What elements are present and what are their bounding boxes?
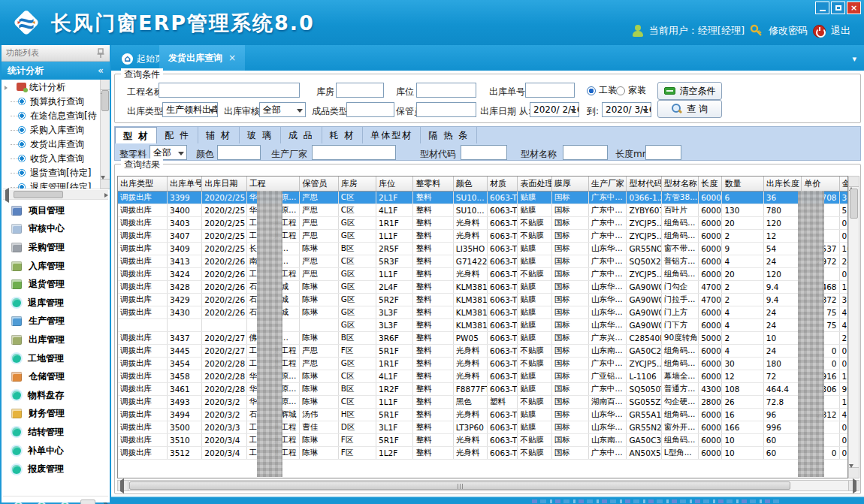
tree-item[interactable]: 预算执行查询 [3, 95, 108, 109]
radio-gongzhuang[interactable]: 工装 [587, 84, 617, 97]
maximize-button[interactable] [831, 2, 845, 14]
sidebar-group-inbound-mgmt[interactable]: 入库管理 [3, 257, 108, 276]
column-header[interactable]: 保管员 [300, 177, 338, 192]
length-input[interactable] [645, 145, 681, 160]
sidebar-group-site-mgmt[interactable]: 工地管理 [3, 349, 108, 368]
table-row[interactable]: 调拨出库34612020/2/28华 原...陈琳B区1R2F整料F8877FT… [118, 383, 848, 396]
table-row[interactable]: 调拨出库35122020/3/4工 共工程陈琳F区1L2F整料光身料6063-T… [118, 447, 848, 460]
column-header[interactable]: 工程 [246, 177, 300, 192]
column-header[interactable]: 表面处理 [518, 177, 551, 192]
scrollbar-thumb[interactable] [129, 481, 790, 490]
date-from-select[interactable]: 2020/ 2/16 [530, 102, 579, 117]
subtab-0[interactable]: 型 材 [115, 127, 157, 143]
subtab-7[interactable]: 隔 热 条 [421, 127, 477, 143]
table-horizontal-scrollbar[interactable] [117, 480, 859, 491]
pin-icon[interactable] [96, 48, 105, 59]
overflow-chevron-icon[interactable]: »▾ [103, 499, 108, 504]
change-password-link[interactable]: 修改密码 [769, 24, 808, 38]
subtab-3[interactable]: 玻 璃 [240, 127, 281, 143]
sidebar-group-warehouse-mgmt[interactable]: 仓储管理 [3, 367, 108, 386]
sidebar-group-returns-mgmt[interactable]: 退货管理 [3, 275, 108, 294]
sidebar-group-supplement-center[interactable]: 补单中心 [3, 442, 108, 460]
whole-piece-select[interactable]: 全部 [150, 145, 187, 160]
radio-jiazhuang[interactable]: 家装 [616, 84, 646, 97]
tree-item[interactable]: 在途信息查询[待 [3, 109, 108, 123]
scrollbar-thumb[interactable] [101, 90, 109, 111]
table-row[interactable]: G区3L3F整料KLM38176063-T5贴膜国标山东华...GA90WO9.… [118, 319, 848, 332]
table-row[interactable]: 调拨出库34452020/2/27工 共工程严思F区5R1F整料光身料6063-… [118, 345, 848, 358]
profile-code-input[interactable] [461, 145, 507, 160]
table-row[interactable]: 调拨出库34542020/2/28工 共工程严思G区1R1F整料光身料6063-… [118, 358, 848, 370]
outbound-audit-select[interactable]: 全部 [259, 102, 306, 117]
column-header[interactable]: 膜厚 [551, 177, 588, 192]
tab-shipment-outbound-query[interactable]: 发货出库查询 × [159, 45, 245, 71]
tree-horizontal-scrollbar[interactable] [3, 190, 108, 200]
sidebar-group-carryover-mgmt[interactable]: 结转管理 [3, 423, 108, 442]
close-button[interactable]: × [847, 2, 861, 14]
sidebar-group-return-store-mgmt[interactable]: 退库管理 [3, 294, 108, 312]
scroll-down-icon[interactable] [101, 176, 105, 190]
clear-conditions-button[interactable]: 清空条件 [657, 82, 722, 100]
table-row[interactable]: 调拨出库34942020/3/2石 辉城汤伟H区5R1F整料光身料6063-T5… [118, 409, 848, 421]
location-input[interactable] [416, 83, 476, 98]
manufacturer-input[interactable] [312, 145, 396, 160]
date-to-select[interactable]: 2020/ 3/16 [602, 102, 651, 117]
column-header[interactable]: 型材代码 [627, 177, 661, 192]
logout-link[interactable]: 退出 [831, 24, 850, 38]
scroll-left-icon[interactable] [120, 478, 124, 493]
column-header[interactable]: 生产厂家 [589, 177, 627, 192]
sidebar-group-project-mgmt[interactable]: 项目管理 [3, 201, 108, 220]
table-row[interactable]: 调拨出库34372020/2/27佛 ...陈琳B区3R6F整料PW056063… [118, 332, 848, 345]
column-header[interactable]: 出库长度 [763, 177, 801, 192]
column-header[interactable]: 型材名称 [661, 177, 698, 192]
sidebar-group-audit-center[interactable]: 审核中心 [3, 220, 108, 239]
column-header[interactable]: 出库单号 [167, 177, 201, 192]
sidebar-group-inventory-count[interactable]: 物料盘存 [3, 386, 108, 405]
keeper-input[interactable] [416, 102, 476, 117]
column-header[interactable]: 金 [839, 177, 848, 192]
table-row[interactable]: 调拨出库34292020/2/26石 城陈琳G区5R2F整料KLM3817606… [118, 294, 848, 306]
expander-icon[interactable] [5, 86, 8, 90]
collapse-icon[interactable]: « [98, 62, 104, 80]
cart-panel-button[interactable] [80, 499, 95, 504]
tree-item[interactable]: 退库管理[待定] [3, 180, 108, 189]
scrollbar-thumb[interactable] [14, 191, 63, 198]
subtab-5[interactable]: 耗 材 [322, 127, 364, 143]
scrollbar-thumb[interactable] [850, 189, 858, 219]
table-row[interactable]: 调拨出库34282020/2/26石 城陈琳G区2L4F整料KLM3817606… [118, 281, 848, 294]
table-row[interactable]: 调拨出库34092020/2/25长 ...陈琳B区2R5F整料LI35HO60… [118, 243, 848, 255]
tree-item[interactable]: 采购入库查询 [3, 123, 108, 137]
column-header[interactable]: 库房 [338, 177, 376, 192]
column-header[interactable]: 数量 [722, 177, 763, 192]
table-row[interactable]: 调拨出库34002020/2/25华 原...严思C区4L1F整料SU10...… [118, 204, 848, 217]
tabbar-dropdown-icon[interactable]: ▾ [852, 54, 856, 64]
table-row[interactable]: 调拨出库34932020/3/2华 原...陈琳C区1L1F整料黑色塑料不贴膜国… [118, 396, 848, 409]
sidebar-group-finance-mgmt[interactable]: 财务管理 [3, 405, 108, 424]
tree-item[interactable]: 收货入库查询 [3, 152, 108, 166]
subtab-4[interactable]: 成 品 [281, 127, 322, 143]
table-row[interactable]: 调拨出库34582020/2/28华 原...陈琳C区4L1F整料光身料6063… [118, 370, 848, 383]
tree-item[interactable]: 发货出库查询 [3, 137, 108, 152]
table-row[interactable]: 调拨出库34242020/2/26工 工程严思G区1L1F整料光身料6063-T… [118, 268, 848, 281]
scroll-left-icon[interactable] [5, 188, 9, 203]
sidebar-group-scrap-mgmt[interactable]: 报废管理 [3, 460, 108, 478]
column-header[interactable]: 长度 [699, 177, 722, 192]
tree-item[interactable]: 退货查询[待定] [3, 166, 108, 180]
sidebar-group-production-mgmt[interactable]: 生产管理 [3, 312, 108, 331]
column-header[interactable]: 出库类型 [118, 177, 167, 192]
column-header[interactable]: 材质 [488, 177, 518, 192]
tab-close-icon[interactable]: × [228, 53, 236, 63]
color-input[interactable] [217, 145, 261, 160]
tree-vertical-scrollbar[interactable] [100, 80, 110, 189]
minimize-button[interactable] [815, 2, 829, 14]
table-row[interactable]: 调拨出库34302020/2/26石 城陈琳G区3L3F整料KLM3817606… [118, 306, 848, 319]
order-no-input[interactable] [525, 83, 575, 98]
search-button[interactable]: 查 询 [657, 100, 722, 118]
scroll-right-icon[interactable] [104, 193, 108, 198]
column-header[interactable]: 出库日期 [202, 177, 246, 192]
scroll-down-icon[interactable] [849, 464, 853, 478]
table-row[interactable]: 调拨出库33992020/2/25华 原...严思C区2L1F整料SU10...… [118, 192, 848, 204]
outbound-type-select[interactable]: 生产领料出库 [162, 102, 218, 117]
column-header[interactable]: 库位 [376, 177, 413, 192]
table-row[interactable]: 调拨出库35102020/3/4工 共工程陈琳F区5R1F整料光身料6063-T… [118, 434, 848, 447]
